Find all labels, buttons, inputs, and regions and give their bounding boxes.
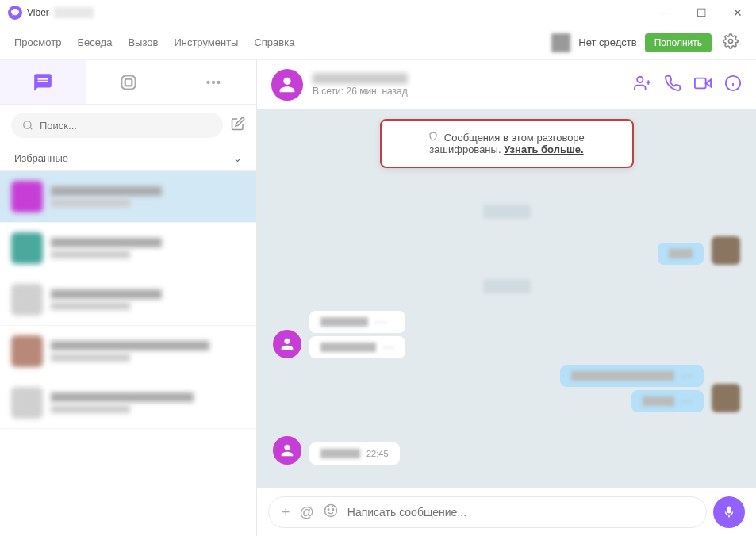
- avatar: [11, 284, 43, 316]
- avatar: [11, 387, 43, 419]
- avatar: [273, 330, 301, 358]
- chat-item[interactable]: [0, 326, 256, 377]
- shield-icon: [428, 132, 438, 144]
- messages-area: Сообщения в этом разговоре зашифрованы. …: [257, 109, 756, 488]
- message-bubble[interactable]: [658, 243, 704, 265]
- menu-call[interactable]: Вызов: [128, 36, 158, 48]
- message-bubble[interactable]: 22:45: [309, 442, 400, 465]
- search-icon: [22, 120, 33, 131]
- tab-public[interactable]: [86, 60, 171, 104]
- menu-help[interactable]: Справка: [254, 36, 294, 48]
- avatar: [712, 236, 740, 265]
- title-bar: Viber ─ ☐ ✕: [0, 0, 756, 25]
- conversation-panel: В сети: 26 мин. назад: [257, 60, 756, 536]
- encryption-notice: Сообщения в этом разговоре зашифрованы. …: [380, 119, 634, 168]
- chat-item[interactable]: [0, 274, 256, 326]
- date-divider: [483, 279, 531, 293]
- search-input[interactable]: [40, 120, 212, 132]
- topup-button[interactable]: Пополнить: [645, 33, 712, 52]
- message-outgoing: [273, 236, 740, 265]
- balance-text: Нет средств: [578, 36, 636, 48]
- favorites-header[interactable]: Избранные ⌄: [0, 146, 256, 171]
- contact-avatar[interactable]: [271, 69, 303, 101]
- tab-chats[interactable]: [0, 60, 86, 104]
- menu-tools[interactable]: Инструменты: [174, 36, 238, 48]
- message-incoming: ····· ·····: [273, 311, 740, 358]
- close-button[interactable]: ✕: [720, 0, 756, 25]
- app-icon: [8, 6, 22, 20]
- svg-point-8: [637, 76, 643, 82]
- sidebar: Избранные ⌄: [0, 60, 257, 536]
- favorites-label: Избранные: [14, 152, 68, 164]
- voice-call-icon[interactable]: [664, 75, 681, 95]
- svg-point-3: [207, 80, 210, 83]
- svg-rect-2: [125, 78, 132, 86]
- svg-point-15: [324, 504, 336, 516]
- menu-view[interactable]: Просмотр: [14, 36, 61, 48]
- nav-tabs: [0, 60, 256, 105]
- compose-icon[interactable]: [231, 117, 245, 134]
- conversation-header: В сети: 26 мин. назад: [257, 60, 756, 109]
- message-outgoing: ····· ·····: [273, 365, 740, 412]
- maximize-button[interactable]: ☐: [683, 0, 720, 25]
- composer-bar: + @: [268, 496, 707, 528]
- menu-bar: Просмотр Беседа Вызов Инструменты Справк…: [0, 25, 756, 60]
- svg-point-5: [217, 80, 221, 83]
- svg-point-16: [328, 508, 329, 510]
- sticker-icon[interactable]: [324, 503, 338, 522]
- window-controls: ─ ☐ ✕: [647, 0, 756, 25]
- chat-item[interactable]: [0, 223, 256, 274]
- svg-point-4: [212, 80, 215, 83]
- chevron-down-icon: ⌄: [233, 152, 242, 164]
- date-divider: [483, 205, 531, 219]
- avatar: [11, 181, 43, 212]
- svg-point-17: [332, 508, 334, 510]
- svg-rect-11: [695, 78, 706, 88]
- search-box[interactable]: [11, 113, 223, 138]
- add-contact-icon[interactable]: [634, 75, 651, 95]
- video-call-icon[interactable]: [694, 75, 712, 95]
- title-blur: [54, 7, 94, 18]
- svg-point-6: [24, 121, 31, 128]
- info-icon[interactable]: [724, 75, 742, 95]
- settings-icon[interactable]: [720, 30, 742, 56]
- chat-item[interactable]: [0, 377, 256, 429]
- message-bubble[interactable]: ·····: [309, 311, 405, 333]
- message-bubble[interactable]: ·····: [631, 390, 704, 412]
- avatar: [712, 384, 740, 412]
- contact-status: В сети: 26 мин. назад: [313, 86, 624, 97]
- encryption-link[interactable]: Узнать больше.: [504, 144, 584, 155]
- menu-conversation[interactable]: Беседа: [77, 36, 112, 48]
- svg-line-7: [30, 128, 33, 130]
- message-input[interactable]: [347, 506, 693, 519]
- message-time: 22:45: [366, 449, 389, 458]
- avatar: [273, 436, 301, 465]
- composer: + @: [257, 488, 756, 536]
- attach-icon[interactable]: +: [282, 504, 290, 521]
- svg-point-0: [729, 39, 733, 43]
- account-avatar[interactable]: [551, 33, 570, 52]
- svg-rect-1: [121, 75, 135, 89]
- chat-item[interactable]: [0, 171, 256, 223]
- avatar: [11, 335, 43, 367]
- contact-name: [313, 73, 408, 84]
- message-bubble[interactable]: ·····: [560, 365, 704, 387]
- message-incoming: 22:45: [273, 436, 740, 465]
- minimize-button[interactable]: ─: [647, 0, 683, 25]
- avatar: [11, 232, 43, 264]
- mention-icon[interactable]: @: [300, 504, 314, 521]
- window-title: Viber: [27, 7, 49, 18]
- message-bubble[interactable]: ·····: [309, 336, 405, 358]
- voice-message-button[interactable]: [713, 496, 745, 528]
- tab-more[interactable]: [171, 60, 256, 104]
- chat-list: [0, 171, 256, 536]
